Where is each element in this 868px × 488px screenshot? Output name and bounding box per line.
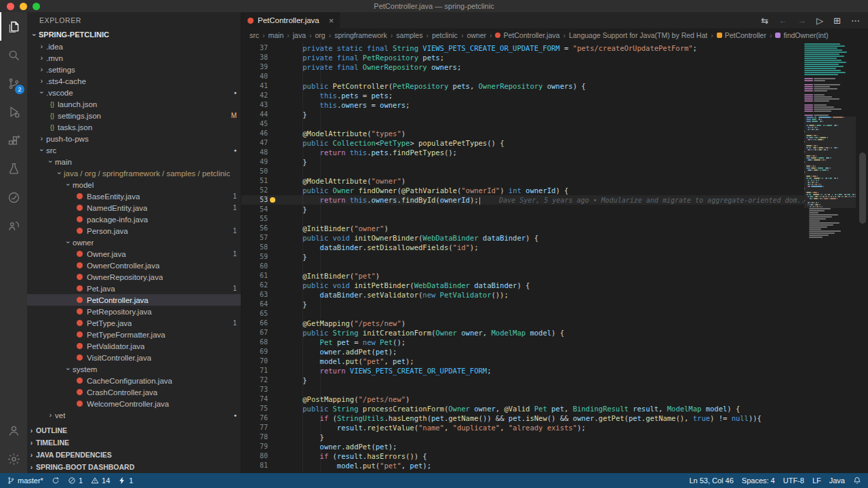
close-tab-icon[interactable]: × [329,16,334,26]
status-notifications[interactable] [853,476,861,485]
account-icon[interactable] [0,416,27,445]
tree-item-pettype-java[interactable]: PetType.java1 [27,317,241,329]
tree-item-java-org-springframework-samples-petclinic[interactable]: ›java / org / springframework / samples … [27,167,241,179]
tree-item-welcomecontroller-java[interactable]: WelcomeController.java [27,398,241,409]
tree-item-settings-json[interactable]: {}settings.jsonM [27,110,241,121]
tree-item-settings[interactable]: ›.settings [27,64,241,75]
breadcrumb-item-springframework[interactable]: springframework [334,31,387,39]
tree-item-src[interactable]: ›src● [27,144,241,156]
status-live-reload[interactable]: 1 [118,476,133,485]
tree-item-person-java[interactable]: Person.java1 [27,225,241,237]
sidebar-section-spring-boot-dashboard[interactable]: ›SPRING-BOOT DASHBOARD [27,461,241,473]
code-line-67[interactable]: 67 public String initCreationForm(Owner … [241,328,804,338]
breadcrumb-item-petcontroller-java[interactable]: PetController.java [495,31,559,39]
breadcrumb-item-main[interactable]: main [269,31,284,39]
code-line-81[interactable]: 81 model.put("pet", pet); [241,461,804,470]
status-errors[interactable]: 1 [68,476,83,485]
nav-forward-icon[interactable]: → [797,16,806,26]
tree-item-namedentity-java[interactable]: NamedEntity.java1 [27,202,241,214]
status-language-mode[interactable]: Java [829,476,845,485]
code-line-58[interactable]: 58 dataBinder.setDisallowedFields("id"); [241,243,804,252]
code-editor[interactable]: 37 private static final String VIEWS_PET… [241,42,868,473]
spring-boot-icon[interactable] [0,183,27,211]
tab-petcontroller-java[interactable]: PetController.java × [241,12,340,28]
tree-item-launch-json[interactable]: {}launch.json [27,98,241,110]
breadcrumb-item-samples[interactable]: samples [396,31,422,39]
tree-item-tasks-json[interactable]: {}tasks.json [27,121,241,133]
tree-item-main[interactable]: ›main [27,156,241,167]
tree-item-vet[interactable]: ›vet● [27,409,241,421]
code-line-37[interactable]: 37 private static final String VIEWS_PET… [241,43,804,53]
source-control-icon[interactable]: 2 [0,69,27,98]
run-debug-icon[interactable] [0,98,27,126]
code-line-46[interactable]: 46 @ModelAttribute("types") [241,129,804,138]
sidebar-section-java-dependencies[interactable]: ›JAVA DEPENDENCIES [27,449,241,461]
code-line-63[interactable]: 63 dataBinder.setValidator(new PetValida… [241,290,804,300]
tree-item-petrepository-java[interactable]: PetRepository.java [27,306,241,317]
tree-item-mvn[interactable]: ›.mvn [27,52,241,64]
code-line-75[interactable]: 75 public String processCreationForm(Own… [241,404,804,413]
code-line-70[interactable]: 70 model.put("pet", pet); [241,357,804,366]
code-line-72[interactable]: 72 } [241,375,804,385]
code-line-80[interactable]: 80 if (result.hasErrors()) { [241,451,804,461]
status-eol[interactable]: LF [812,476,821,485]
code-line-61[interactable]: 61 @InitBinder("pet") [241,271,804,281]
tree-item-ownerrepository-java[interactable]: OwnerRepository.java [27,271,241,283]
tree-item-cacheconfiguration-java[interactable]: CacheConfiguration.java [27,375,241,386]
code-line-39[interactable]: 39 private final OwnerRepository owners; [241,62,804,72]
extensions-icon[interactable] [0,126,27,155]
more-actions-icon[interactable]: ⋯ [851,16,860,26]
breadcrumb-item-owner[interactable]: owner [467,31,486,39]
code-line-51[interactable]: 51 @ModelAttribute("owner") [241,176,804,186]
code-line-60[interactable]: 60 [241,262,804,271]
tree-item-crashcontroller-java[interactable]: CrashController.java [27,386,241,398]
tree-item-sts4-cache[interactable]: ›.sts4-cache [27,75,241,87]
code-line-40[interactable]: 40 [241,72,804,81]
code-line-49[interactable]: 49 } [241,157,804,167]
tree-item-system[interactable]: ›system [27,363,241,375]
code-line-53[interactable]: 53 return this.owners.findById(ownerId);… [241,195,804,205]
code-line-68[interactable]: 68 Pet pet = new Pet(); [241,338,804,347]
breadcrumb-item-petclinic[interactable]: petclinic [432,31,458,39]
tree-item-owner[interactable]: ›owner [27,237,241,248]
code-line-62[interactable]: 62 public void initPetBinder(WebDataBind… [241,281,804,290]
code-line-78[interactable]: 78 } [241,432,804,442]
code-line-47[interactable]: 47 public Collection<PetType> populatePe… [241,138,804,148]
nav-back-icon[interactable]: ← [778,16,787,26]
status-encoding[interactable]: UTF-8 [783,476,804,485]
code-line-73[interactable]: 73 [241,385,804,394]
code-line-56[interactable]: 56 @InitBinder("owner") [241,224,804,233]
vertical-scrollbar[interactable] [859,152,866,224]
code-line-43[interactable]: 43 this.owners = owners; [241,100,804,110]
breadcrumb-item-language-support-for-java-tm-by-red-hat[interactable]: Language Support for Java(TM) by Red Hat [569,31,707,39]
status-indentation[interactable]: Spaces: 4 [742,476,775,485]
zoom-button[interactable] [33,3,40,10]
search-icon[interactable] [0,41,27,69]
tree-item-baseentity-java[interactable]: BaseEntity.java1 [27,190,241,202]
tree-item-vscode[interactable]: ›.vscode● [27,87,241,98]
code-line-48[interactable]: 48 return this.pets.findPetTypes(); [241,148,804,157]
lightbulb-icon[interactable] [270,197,275,203]
code-line-79[interactable]: 79 owner.addPet(pet); [241,442,804,451]
sidebar-section-timeline[interactable]: ›TIMELINE [27,436,241,449]
breadcrumb-item-org[interactable]: org [315,31,326,39]
explorer-icon[interactable] [0,12,27,41]
code-line-76[interactable]: 76 if (StringUtils.hasLength(pet.getName… [241,413,804,423]
tree-item-package-info-java[interactable]: package-info.java [27,214,241,225]
code-line-57[interactable]: 57 public void initOwnerBinder(WebDataBi… [241,233,804,243]
code-line-74[interactable]: 74 @PostMapping("/pets/new") [241,394,804,404]
split-editor-icon[interactable]: ⊞ [833,16,841,26]
code-line-38[interactable]: 38 private final PetRepository pets; [241,53,804,62]
code-line-69[interactable]: 69 owner.addPet(pet); [241,347,804,357]
status-warnings[interactable]: 14 [91,476,110,485]
status-cursor-position[interactable]: Ln 53, Col 46 [689,476,733,485]
code-line-59[interactable]: 59 } [241,252,804,262]
code-line-77[interactable]: 77 result.rejectValue("name", "duplicate… [241,423,804,432]
tree-item-pettypeformatter-java[interactable]: PetTypeFormatter.java [27,329,241,340]
code-line-52[interactable]: 52 public Owner findOwner(@PathVariable(… [241,186,804,195]
breadcrumb-item-petcontroller[interactable]: PetController [717,31,766,39]
code-line-64[interactable]: 64 } [241,300,804,309]
minimap-viewport[interactable] [804,117,856,208]
tree-item-idea[interactable]: ›.idea [27,41,241,52]
tree-item-visitcontroller-java[interactable]: VisitController.java [27,352,241,363]
